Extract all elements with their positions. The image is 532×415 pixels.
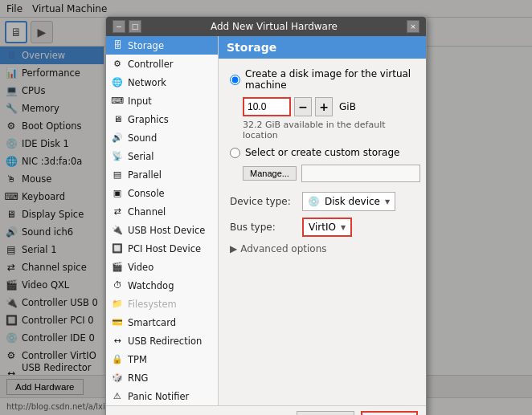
advanced-options-toggle[interactable]: ▶ Advanced options xyxy=(230,243,415,254)
modal-list-serial-label: Serial xyxy=(128,151,154,162)
create-disk-radio[interactable] xyxy=(230,75,240,85)
increment-size-btn[interactable]: + xyxy=(315,97,333,116)
panic-list-icon: ⚠ xyxy=(111,390,124,403)
modal-list-input-label: Input xyxy=(128,96,152,107)
device-type-arrow: ▼ xyxy=(385,198,390,205)
modal-list-panic-label: Panic Notifier xyxy=(128,391,189,402)
modal-list-filesystem-label: Filesystem xyxy=(128,299,177,310)
watchdog-list-icon: ⏱ xyxy=(111,279,124,292)
cancel-button[interactable]: Cancel xyxy=(297,411,354,415)
network-list-icon: 🌐 xyxy=(111,76,124,89)
maximize-btn[interactable]: □ xyxy=(129,20,141,33)
minimize-btn[interactable]: − xyxy=(113,20,125,33)
device-type-control: 💿 Disk device ▼ xyxy=(302,192,395,211)
modal-list-console[interactable]: ▣ Console xyxy=(106,184,218,202)
modal-list-usb-redir-label: USB Redirection xyxy=(128,336,202,347)
modal-list-storage-label: Storage xyxy=(128,40,164,51)
usb-host-list-icon: 🔌 xyxy=(111,224,124,237)
close-btn[interactable]: × xyxy=(407,20,419,33)
modal-list-graphics[interactable]: 🖥 Graphics xyxy=(106,110,218,128)
disk-size-row: − + GiB xyxy=(243,97,415,116)
usb-redir-list-icon: ↔ xyxy=(111,335,124,348)
modal-list-usb-redir[interactable]: ↔ USB Redirection xyxy=(106,332,218,350)
rng-list-icon: 🎲 xyxy=(111,372,124,384)
modal-list-video[interactable]: 🎬 Video xyxy=(106,258,218,276)
modal-list-controller[interactable]: ⚙ Controller xyxy=(106,55,218,73)
modal-list-network-label: Network xyxy=(128,77,166,88)
titlebar-left-controls: − □ xyxy=(113,20,141,33)
modal-list-tpm-label: TPM xyxy=(128,354,147,365)
modal-list-input[interactable]: ⌨ Input xyxy=(106,92,218,110)
tpm-list-icon: 🔒 xyxy=(111,353,124,366)
manage-button[interactable]: Manage... xyxy=(243,166,297,181)
create-disk-label: Create a disk image for the virtual mach… xyxy=(245,68,415,91)
graphics-list-icon: 🖥 xyxy=(111,113,124,126)
modal-list-pci-host[interactable]: 🔲 PCI Host Device xyxy=(106,239,218,258)
modal-list-parallel-label: Parallel xyxy=(128,169,162,181)
modal-list-usb-host-label: USB Host Device xyxy=(128,225,205,236)
modal-list-pci-host-label: PCI Host Device xyxy=(128,243,201,254)
add-hardware-modal: − □ Add New Virtual Hardware × 🗄 Storage xyxy=(105,16,427,415)
video-list-icon: 🎬 xyxy=(111,261,124,274)
modal-list-channel[interactable]: ⇄ Channel xyxy=(106,202,218,221)
modal-overlay: − □ Add New Virtual Hardware × 🗄 Storage xyxy=(0,0,532,415)
custom-storage-radio[interactable] xyxy=(230,148,240,158)
decrement-size-btn[interactable]: − xyxy=(294,97,312,116)
bus-type-value: VirtIO xyxy=(309,222,336,233)
create-disk-radio-row: Create a disk image for the virtual mach… xyxy=(230,68,415,91)
parallel-list-icon: ▤ xyxy=(111,169,124,181)
modal-body: 🗄 Storage ⚙ Controller 🌐 Network ⌨ Input xyxy=(106,36,426,405)
bus-type-control: VirtIO ▼ xyxy=(302,218,352,237)
bus-type-row: Bus type: VirtIO ▼ xyxy=(230,218,415,237)
modal-storage-panel: Storage Create a disk image for the virt… xyxy=(219,36,426,405)
manage-row: Manage... xyxy=(243,165,415,182)
modal-list-sound[interactable]: 🔊 Sound xyxy=(106,128,218,147)
filesystem-list-icon: 📁 xyxy=(111,298,124,311)
input-list-icon: ⌨ xyxy=(111,95,124,108)
modal-titlebar: − □ Add New Virtual Hardware × xyxy=(106,17,426,36)
available-text: 32.2 GiB available in the default locati… xyxy=(243,120,415,140)
main-window: File Virtual Machine 🖥 ▶ 🖥 Overview 📊 Pe… xyxy=(0,0,532,415)
channel-list-icon: ⇄ xyxy=(111,205,124,218)
storage-list-icon: 🗄 xyxy=(111,39,124,52)
finish-button[interactable]: Finish xyxy=(361,411,418,415)
custom-storage-label: Select or create custom storage xyxy=(245,147,399,158)
modal-list-smartcard[interactable]: 💳 Smartcard xyxy=(106,313,218,332)
serial-list-icon: 📡 xyxy=(111,150,124,163)
modal-list-video-label: Video xyxy=(128,262,153,273)
modal-list-graphics-label: Graphics xyxy=(128,114,169,125)
modal-list-usb-host[interactable]: 🔌 USB Host Device xyxy=(106,221,218,239)
smartcard-list-icon: 💳 xyxy=(111,316,124,329)
gib-label: GiB xyxy=(339,101,356,112)
advanced-arrow-icon: ▶ xyxy=(230,243,237,254)
custom-path-input[interactable] xyxy=(301,165,420,182)
modal-list-filesystem[interactable]: 📁 Filesystem xyxy=(106,295,218,313)
modal-list-channel-label: Channel xyxy=(128,206,166,218)
disk-device-icon: 💿 xyxy=(308,196,320,207)
modal-list-network[interactable]: 🌐 Network xyxy=(106,73,218,92)
panel-title: Storage xyxy=(219,36,426,59)
bus-type-arrow: ▼ xyxy=(341,224,346,231)
modal-list-storage[interactable]: 🗄 Storage xyxy=(106,36,218,55)
modal-list-sound-label: Sound xyxy=(128,132,157,144)
disk-size-input[interactable] xyxy=(243,97,291,116)
modal-list-console-label: Console xyxy=(128,188,165,199)
modal-list-serial[interactable]: 📡 Serial xyxy=(106,147,218,165)
bus-type-dropdown[interactable]: VirtIO ▼ xyxy=(302,218,352,237)
custom-storage-radio-row: Select or create custom storage xyxy=(230,147,415,158)
modal-list-controller-label: Controller xyxy=(128,59,174,70)
modal-hardware-list: 🗄 Storage ⚙ Controller 🌐 Network ⌨ Input xyxy=(106,36,219,405)
modal-list-rng-label: RNG xyxy=(128,372,149,384)
modal-list-tpm[interactable]: 🔒 TPM xyxy=(106,350,218,368)
console-list-icon: ▣ xyxy=(111,187,124,200)
pci-host-list-icon: 🔲 xyxy=(111,242,124,255)
device-type-label: Device type: xyxy=(230,196,302,207)
controller-list-icon: ⚙ xyxy=(111,58,124,71)
modal-list-parallel[interactable]: ▤ Parallel xyxy=(106,165,218,184)
titlebar-right-controls: × xyxy=(407,20,419,33)
modal-list-rng[interactable]: 🎲 RNG xyxy=(106,368,218,387)
modal-title: Add New Virtual Hardware xyxy=(141,21,407,32)
device-type-dropdown[interactable]: 💿 Disk device ▼ xyxy=(302,192,395,211)
modal-list-watchdog[interactable]: ⏱ Watchdog xyxy=(106,276,218,295)
modal-list-panic[interactable]: ⚠ Panic Notifier xyxy=(106,387,218,405)
